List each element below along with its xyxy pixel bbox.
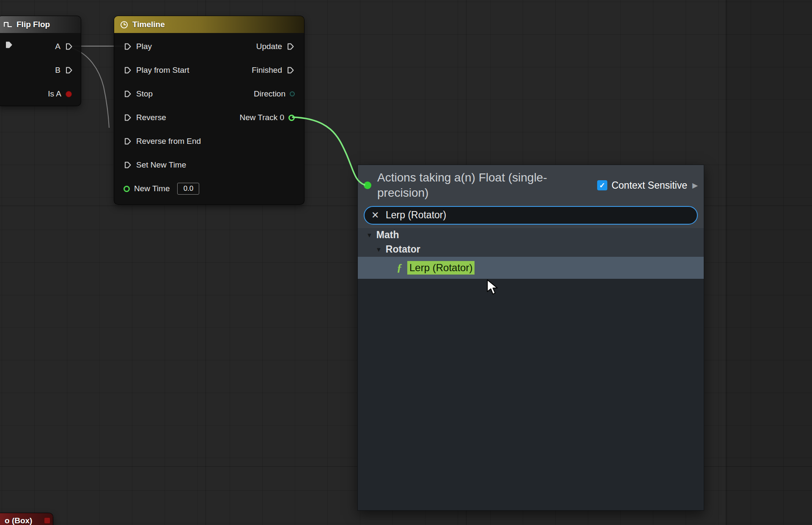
exec-input-pin-reverse-from-end[interactable] bbox=[123, 137, 132, 146]
pin-label-play: Play bbox=[136, 42, 152, 51]
clear-search-icon[interactable]: ✕ bbox=[371, 210, 379, 221]
enum-output-pin-direction[interactable] bbox=[290, 91, 295, 96]
context-sensitive-checkbox[interactable]: ✓ bbox=[597, 180, 607, 190]
pin-label-a: A bbox=[55, 42, 60, 51]
float-input-pin-new-time[interactable] bbox=[123, 186, 130, 192]
exec-output-pin-a[interactable] bbox=[65, 42, 73, 51]
blueprint-graph-canvas[interactable]: Flip Flop A B Is A bbox=[0, 0, 812, 525]
action-menu-header: Actions taking a(n) Float (single-precis… bbox=[358, 165, 704, 228]
exec-output-pin-update[interactable] bbox=[286, 42, 295, 51]
check-icon: ✓ bbox=[599, 181, 605, 190]
box-event-header[interactable]: o (Box) bbox=[0, 513, 53, 525]
timeline-row-play-update: Play Update bbox=[114, 35, 304, 58]
clock-icon bbox=[120, 21, 128, 29]
pin-label-new-track-0: New Track 0 bbox=[239, 113, 284, 122]
exec-input-pin-reverse[interactable] bbox=[123, 113, 132, 122]
collapse-triangle-icon[interactable]: ▼ bbox=[366, 231, 373, 239]
bool-output-pin-is-a[interactable] bbox=[66, 91, 72, 97]
delegate-pin[interactable] bbox=[44, 517, 50, 524]
exec-output-pin-finished[interactable] bbox=[286, 66, 295, 74]
exec-input-pin-set-new-time[interactable] bbox=[123, 161, 132, 169]
tree-item-lerp-rotator[interactable]: ƒ Lerp (Rotator) bbox=[358, 257, 704, 279]
context-sensitive-group: ✓ Context Sensitive ▶ bbox=[597, 180, 698, 191]
timeline-body: Play Update Play from Start Finished bbox=[114, 33, 304, 201]
flip-flop-header[interactable]: Flip Flop bbox=[0, 16, 81, 33]
blueprint-action-menu: Actions taking a(n) Float (single-precis… bbox=[357, 165, 704, 511]
timeline-row-reverse-from-end: Reverse from End bbox=[114, 129, 304, 153]
new-time-value-box[interactable]: 0.0 bbox=[177, 183, 199, 195]
timeline-header[interactable]: Timeline bbox=[114, 16, 304, 33]
pin-label-new-time: New Time bbox=[134, 184, 170, 193]
exec-input-pin-play-from-start[interactable] bbox=[123, 66, 132, 74]
exec-input-pin[interactable] bbox=[5, 41, 13, 49]
tree-label-math: Math bbox=[376, 229, 399, 241]
timeline-row-stop-direction: Stop Direction bbox=[114, 82, 304, 106]
node-title: o (Box) bbox=[5, 516, 32, 525]
node-title: Flip Flop bbox=[16, 20, 50, 29]
graph-right-shade bbox=[726, 0, 812, 525]
timeline-row-new-time: New Time 0.0 bbox=[114, 177, 304, 201]
tree-category-rotator[interactable]: ▼ Rotator bbox=[358, 242, 704, 257]
timeline-row-set-new-time: Set New Time bbox=[114, 153, 304, 177]
collapse-triangle-icon[interactable]: ▼ bbox=[376, 246, 382, 253]
pin-label-reverse: Reverse bbox=[136, 113, 166, 122]
pin-label-stop: Stop bbox=[136, 89, 153, 99]
action-list: ▼ Math ▼ Rotator ƒ Lerp (Rotator) bbox=[358, 228, 704, 510]
action-search: ✕ bbox=[364, 206, 698, 225]
tree-label-rotator: Rotator bbox=[386, 244, 420, 255]
pin-label-direction: Direction bbox=[254, 89, 285, 99]
pin-label-finished: Finished bbox=[252, 66, 282, 75]
timeline-row-reverse-newtrack: Reverse New Track 0 bbox=[114, 106, 304, 129]
exec-input-pin-stop[interactable] bbox=[123, 90, 132, 98]
pin-row-b: B bbox=[0, 58, 81, 82]
pin-row-is-a: Is A bbox=[0, 82, 81, 106]
pin-label-play-from-start: Play from Start bbox=[136, 66, 189, 75]
submenu-arrow-icon[interactable]: ▶ bbox=[692, 181, 698, 190]
flipflop-icon bbox=[4, 21, 12, 28]
node-flip-flop[interactable]: Flip Flop A B Is A bbox=[0, 16, 81, 106]
flip-flop-body: A B Is A bbox=[0, 33, 81, 106]
node-overlap-box-event[interactable]: o (Box) bbox=[0, 513, 53, 525]
float-output-pin-new-track-0[interactable] bbox=[288, 115, 295, 121]
timeline-row-playfromstart-finished: Play from Start Finished bbox=[114, 58, 304, 82]
action-search-input[interactable] bbox=[364, 206, 698, 225]
pin-label-is-a: Is A bbox=[48, 89, 61, 99]
action-menu-title: Actions taking a(n) Float (single-precis… bbox=[377, 170, 579, 201]
pin-label-b: B bbox=[55, 66, 60, 75]
pin-label-set-new-time: Set New Time bbox=[136, 160, 186, 170]
dragged-pin-dot bbox=[364, 181, 371, 189]
pin-label-reverse-from-end: Reverse from End bbox=[136, 137, 201, 146]
node-title: Timeline bbox=[132, 20, 165, 29]
function-icon: ƒ bbox=[397, 261, 402, 274]
pin-label-update: Update bbox=[256, 42, 282, 51]
context-sensitive-label: Context Sensitive bbox=[612, 180, 687, 191]
node-timeline[interactable]: Timeline Play Update Play from Start bbox=[114, 16, 304, 205]
tree-label-lerp-rotator: Lerp (Rotator) bbox=[407, 261, 475, 275]
exec-input-pin-play[interactable] bbox=[123, 42, 132, 51]
exec-output-pin-b[interactable] bbox=[65, 66, 73, 74]
tree-category-math[interactable]: ▼ Math bbox=[358, 228, 704, 242]
